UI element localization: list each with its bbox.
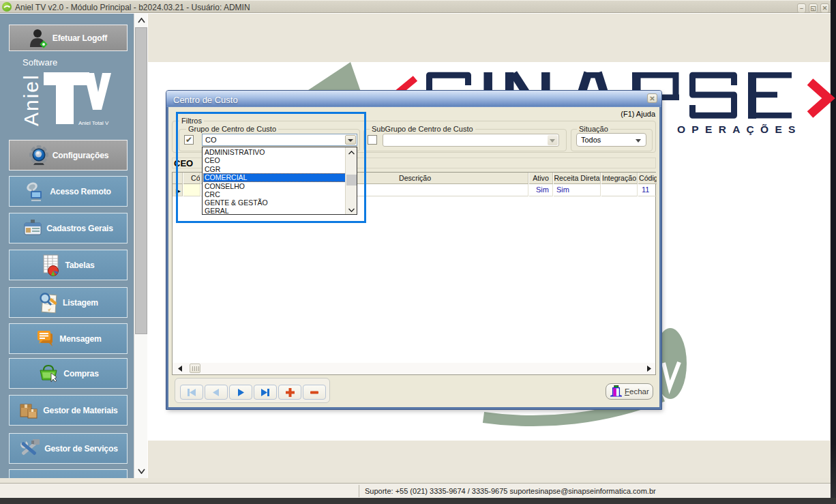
svg-text:OPERAÇÕES: OPERAÇÕES xyxy=(677,123,802,135)
svg-text:Aniel: Aniel xyxy=(20,74,42,126)
svg-text:Aniel Total V: Aniel Total V xyxy=(78,120,109,126)
